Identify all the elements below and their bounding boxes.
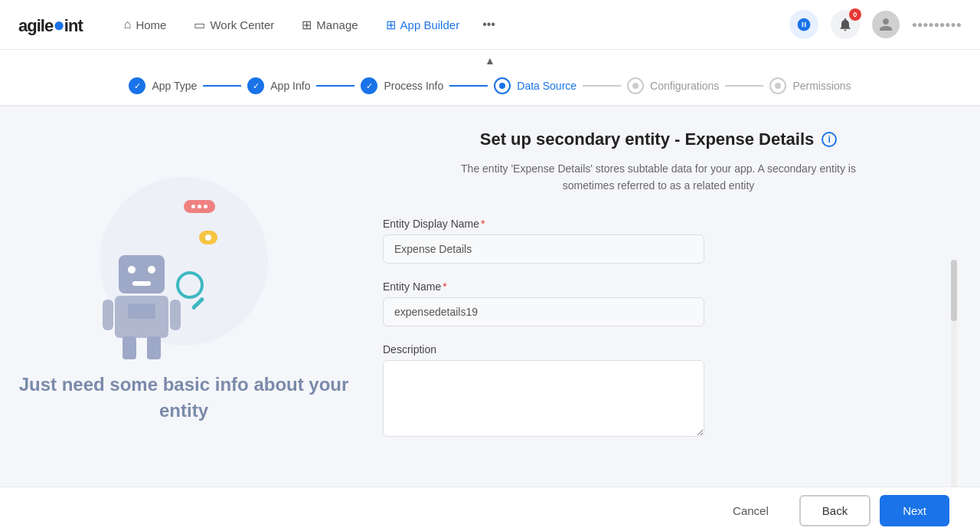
more-menu-button[interactable]: ••• (476, 11, 501, 38)
robot-body (115, 296, 168, 338)
main-content: Just need some basic info about your ent… (0, 107, 980, 487)
user-icon (878, 17, 893, 32)
connector-1 (203, 85, 241, 87)
info-icon-button[interactable]: i (822, 132, 837, 147)
bubble-dot-1 (191, 205, 195, 208)
step-circle-app-type: ✓ (129, 77, 145, 94)
robot-arm-left (103, 300, 113, 330)
bubble-dot-3 (204, 205, 207, 208)
scrollbar-thumb[interactable] (951, 260, 957, 321)
step-circle-app-info: ✓ (247, 77, 264, 94)
page-title-row: Set up secondary entity - Expense Detail… (480, 129, 837, 149)
step-label-app-type: App Type (152, 80, 197, 92)
connector-2 (316, 85, 354, 87)
step-label-permissions: Permissions (792, 80, 851, 92)
robot-chest (128, 303, 155, 319)
app-builder-icon: ⊞ (386, 18, 396, 32)
avatar[interactable] (872, 11, 900, 38)
illustration-panel: Just need some basic info about your ent… (0, 107, 368, 487)
robot-leg-right (147, 336, 161, 359)
logo[interactable]: agile●int (18, 13, 83, 37)
logo-text: agile●int (18, 13, 83, 37)
stepper-toggle[interactable]: ▲ (485, 50, 495, 70)
step-circle-data-source (494, 77, 511, 94)
next-button[interactable]: Next (880, 495, 949, 526)
speech-bubble-yellow (199, 231, 217, 244)
form-header: Set up secondary entity - Expense Detail… (383, 129, 934, 218)
required-marker-2: * (443, 280, 446, 293)
footer: Cancel Back Next (0, 487, 980, 531)
robot-illustration (92, 169, 276, 353)
home-icon: ⌂ (124, 18, 132, 31)
description-label: Description (383, 343, 934, 356)
nav-app-builder-label: App Builder (400, 18, 460, 31)
robot-head (119, 255, 165, 293)
notification-badge: 0 (849, 8, 861, 21)
nav-work-center[interactable]: ▭ Work Center (183, 11, 285, 38)
entity-name-label: Entity Name* (383, 280, 934, 293)
robot-eye-left (128, 266, 136, 274)
ai-icon (796, 17, 812, 32)
chevron-up-icon: ▲ (485, 54, 495, 67)
nav-home-label: Home (136, 18, 166, 31)
robot-mouth (132, 281, 151, 286)
nav-home[interactable]: ⌂ Home (113, 11, 178, 38)
entity-display-name-input[interactable] (383, 234, 704, 264)
step-permissions[interactable]: Permissions (769, 77, 851, 94)
main-nav: ⌂ Home ▭ Work Center ⊞ Manage ⊞ App Buil… (113, 11, 789, 38)
robot-leg-left (122, 336, 136, 359)
connector-4 (583, 85, 621, 87)
step-label-configurations: Configurations (650, 80, 719, 92)
header: agile●int ⌂ Home ▭ Work Center ⊞ Manage … (0, 0, 980, 50)
username-label: ●●●●●●●●● (912, 19, 962, 30)
step-label-process-info: Process Info (384, 80, 443, 92)
page-title: Set up secondary entity - Expense Detail… (480, 129, 814, 149)
description-group: Description (383, 343, 934, 440)
entity-display-name-group: Entity Display Name* (383, 218, 934, 264)
step-configurations[interactable]: Configurations (627, 77, 719, 94)
robot-eye-right (148, 266, 155, 274)
magnifier-icon (176, 271, 204, 311)
connector-5 (725, 85, 763, 87)
page-subtitle: The entity 'Expense Details' stores subt… (459, 160, 858, 195)
form-panel: Set up secondary entity - Expense Detail… (368, 107, 980, 487)
robot-figure (115, 255, 168, 338)
nav-manage-label: Manage (316, 18, 358, 31)
stepper: ✓ App Type ✓ App Info ✓ Process Info Dat… (129, 70, 851, 105)
grid-icon: ⊞ (302, 18, 312, 32)
step-circle-permissions (769, 77, 786, 94)
magnifier-circle (176, 271, 204, 299)
nav-work-center-label: Work Center (210, 18, 274, 31)
ai-assistant-button[interactable] (789, 10, 818, 39)
step-process-info[interactable]: ✓ Process Info (361, 77, 443, 94)
entity-display-name-label: Entity Display Name* (383, 218, 934, 230)
notifications-button[interactable]: 0 (831, 10, 860, 39)
header-right: 0 ●●●●●●●●● (789, 10, 962, 39)
step-circle-configurations (627, 77, 644, 94)
monitor-icon: ▭ (194, 18, 205, 32)
bubble-yellow-dot (205, 234, 211, 241)
step-circle-process-info: ✓ (361, 77, 377, 94)
cancel-button[interactable]: Cancel (711, 497, 790, 525)
stepper-container: ▲ ✓ App Type ✓ App Info ✓ Process Info D… (0, 50, 980, 106)
step-data-source[interactable]: Data Source (494, 77, 577, 94)
entity-name-input[interactable] (383, 297, 704, 326)
required-marker-1: * (481, 218, 485, 230)
connector-3 (449, 85, 488, 87)
nav-app-builder[interactable]: ⊞ App Builder (375, 11, 471, 38)
description-textarea[interactable] (383, 360, 704, 437)
bubble-dot-2 (198, 205, 201, 208)
entity-name-group: Entity Name* (383, 280, 934, 326)
step-label-app-info: App Info (270, 80, 310, 92)
back-button[interactable]: Back (799, 495, 871, 526)
step-label-data-source: Data Source (517, 80, 577, 92)
step-app-type[interactable]: ✓ App Type (129, 77, 197, 94)
magnifier-handle (191, 297, 205, 311)
illustration-caption: Just need some basic info about your ent… (15, 372, 352, 423)
speech-bubble-pink (184, 200, 215, 213)
nav-manage[interactable]: ⊞ Manage (291, 11, 368, 38)
step-app-info[interactable]: ✓ App Info (247, 77, 310, 94)
scrollbar-track[interactable] (951, 260, 957, 487)
